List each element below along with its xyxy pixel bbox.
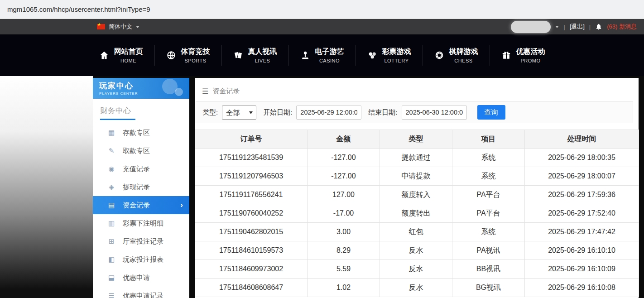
sidebar-item-promo-apply-records[interactable]: ☰ 优惠申请记录 — [93, 287, 189, 298]
sidebar-item-hall-bet-records[interactable]: ⊞ 厅室投注记录 — [93, 232, 189, 250]
sidebar-item-recharge-records[interactable]: ◉ 充值记录 — [93, 160, 189, 178]
nav-item-promo[interactable]: 优惠活动 PROMO — [490, 47, 557, 63]
browser-address-bar[interactable]: mgm1065.com/hhcp/usercenter.html?iniType… — [0, 0, 644, 19]
cell-type: 申请提款 — [380, 167, 452, 186]
language-selector[interactable]: ★ 简体中文 — [97, 23, 139, 31]
username-masked[interactable] — [511, 21, 551, 33]
nav-title: 彩票游戏 — [382, 47, 411, 57]
page-content: 玩家中心 PLAYERS CENTER 财务中心 ▦ 存款专区 ✎ 取款专区 ◉… — [0, 76, 644, 298]
sidebar-item-withdraw-records[interactable]: ◈ 提现记录 — [93, 178, 189, 196]
column-header-type: 类型 — [380, 130, 452, 149]
cell-project: 系统 — [452, 223, 525, 241]
promo-icon — [501, 50, 511, 60]
language-label: 简体中文 — [109, 23, 132, 31]
sidebar-item-label: 充值记录 — [123, 165, 150, 173]
cell-type: 反水 — [380, 279, 452, 297]
type-select[interactable]: 全部 — [222, 106, 256, 120]
cell-amount: 8.29 — [308, 241, 380, 260]
bell-icon[interactable] — [595, 23, 602, 30]
cell-time: 2025-06-29 18:00:35 — [525, 149, 639, 167]
table-row: 1751191207946503 -127.00 申请提款 系统 2025-06… — [195, 167, 639, 186]
table-row: 1751184608608647 1.02 反水 BG视讯 2025-06-29… — [195, 279, 639, 297]
cell-amount: 3.00 — [308, 223, 380, 241]
sidebar-menu: ▦ 存款专区 ✎ 取款专区 ◉ 充值记录 ◈ 提现记录 ▤ 资金记录 › ▥ — [93, 124, 189, 298]
sidebar-item-label: 玩家投注报表 — [123, 255, 163, 264]
sidebar-item-lottery-bet-details[interactable]: ▥ 彩票下注明细 — [93, 214, 189, 232]
column-header-time: 处理时间 — [525, 130, 639, 149]
cell-project: 系统 — [452, 167, 525, 186]
players-center-header: 玩家中心 PLAYERS CENTER — [93, 78, 189, 99]
cell-type: 额度转出 — [380, 204, 452, 223]
column-header-order-no: 订单号 — [195, 130, 308, 149]
sports-icon — [166, 50, 176, 60]
cell-type: 反水 — [380, 241, 452, 260]
main-nav: 网站首页 HOME 体育竞技 SPORTS 真人视讯 LIVES 电子游艺 CA… — [0, 34, 644, 76]
sidebar-item-label: 优惠申请 — [123, 274, 150, 282]
deposit-icon: ▦ — [107, 129, 115, 137]
sidebar-item-deposit-zone[interactable]: ▦ 存款专区 — [93, 124, 189, 142]
cell-time: 2025-06-29 17:59:36 — [525, 186, 639, 204]
table-header-row: 订单号 金额 类型 项目 处理时间 — [195, 130, 639, 149]
cell-project: BG视讯 — [452, 279, 525, 297]
chevron-right-icon: › — [180, 201, 183, 210]
sidebar-item-label: 彩票下注明细 — [123, 219, 163, 228]
separator: | — [563, 24, 565, 30]
nav-item-sports[interactable]: 体育竞技 SPORTS — [155, 47, 221, 63]
funds-record-icon: ▤ — [107, 201, 115, 209]
start-date-input[interactable] — [296, 106, 361, 120]
sidebar-item-withdraw-zone[interactable]: ✎ 取款专区 — [93, 142, 189, 160]
nav-item-casino[interactable]: 电子游艺 CASINO — [289, 47, 356, 63]
cell-project: 系统 — [452, 149, 525, 167]
cell-time: 2025-06-29 17:52:40 — [525, 204, 639, 223]
query-button[interactable]: 查询 — [477, 105, 505, 120]
cell-type: 提款通过 — [380, 149, 452, 167]
breadcrumb-label: 资金记录 — [212, 87, 240, 96]
nav-subtitle: HOME — [114, 58, 143, 63]
lives-icon — [233, 50, 243, 60]
nav-item-chess[interactable]: 棋牌游戏 CHESS — [423, 47, 490, 63]
sidebar-item-label: 厅室投注记录 — [123, 237, 163, 246]
nav-subtitle: SPORTS — [181, 58, 210, 63]
table-row: 1751184610159573 8.29 反水 PA视讯 2025-06-29… — [195, 241, 639, 260]
cell-project: PA视讯 — [452, 241, 525, 260]
nav-subtitle: PROMO — [516, 58, 545, 63]
recharge-record-icon: ◉ — [107, 165, 115, 173]
funds-records-table: 订单号 金额 类型 项目 处理时间 1751191235481539 -127.… — [195, 130, 639, 297]
cell-project: BB视讯 — [452, 260, 525, 279]
messages-label: 新消息 — [619, 23, 637, 30]
nav-item-lives[interactable]: 真人视讯 LIVES — [222, 47, 288, 63]
cell-amount: 1.02 — [308, 279, 380, 297]
nav-item-home[interactable]: 网站首页 HOME — [88, 47, 154, 63]
table-row: 1751190760040252 -17.00 额度转出 PA平台 2025-0… — [195, 204, 639, 223]
nav-item-lottery[interactable]: 彩票游戏 LOTTERY — [356, 47, 423, 63]
end-date-input[interactable] — [402, 106, 467, 120]
end-date-label: 结束日期: — [368, 108, 397, 117]
breadcrumb: ☰ 资金记录 — [195, 78, 639, 99]
sidebar-item-label: 存款专区 — [123, 129, 150, 137]
nav-title: 网站首页 — [114, 47, 143, 57]
filter-bar: 类型: 全部 开始日期: 结束日期: 查询 — [196, 101, 633, 123]
player-bet-report-icon: ◧ — [107, 255, 115, 264]
sidebar-title: 玩家中心 — [99, 81, 189, 91]
table-row: 1751190462802015 3.00 红包 系统 2025-06-29 1… — [195, 223, 639, 241]
sidebar-item-promo-apply[interactable]: ⬓ 优惠申请 — [93, 269, 189, 287]
caret-down-icon[interactable] — [555, 26, 559, 28]
logout-button[interactable]: [退出] — [570, 23, 585, 31]
cell-order-no: 1751190462802015 — [195, 223, 308, 241]
page-url: mgm1065.com/hhcp/usercenter.html?iniType… — [7, 5, 150, 13]
chess-icon — [434, 50, 444, 60]
account-topbar: ★ 简体中文 | [退出] | (63) 新消息 — [0, 19, 644, 34]
nav-subtitle: LOTTERY — [382, 58, 411, 63]
promo-apply-record-icon: ☰ — [107, 292, 115, 298]
china-flag-icon: ★ — [97, 24, 105, 29]
sidebar-item-funds-records[interactable]: ▤ 资金记录 › — [93, 196, 189, 214]
withdraw-icon: ✎ — [107, 147, 115, 155]
separator: | — [589, 24, 591, 30]
cell-time: 2025-06-29 16:10:09 — [525, 260, 639, 279]
sidebar-item-label: 提现记录 — [123, 183, 150, 192]
messages-link[interactable]: (63) 新消息 — [607, 23, 637, 31]
cell-project: PA平台 — [452, 204, 525, 223]
nav-subtitle: LIVES — [248, 58, 277, 63]
cell-time: 2025-06-29 17:47:42 — [525, 223, 639, 241]
sidebar-item-player-bet-report[interactable]: ◧ 玩家投注报表 — [93, 250, 189, 269]
